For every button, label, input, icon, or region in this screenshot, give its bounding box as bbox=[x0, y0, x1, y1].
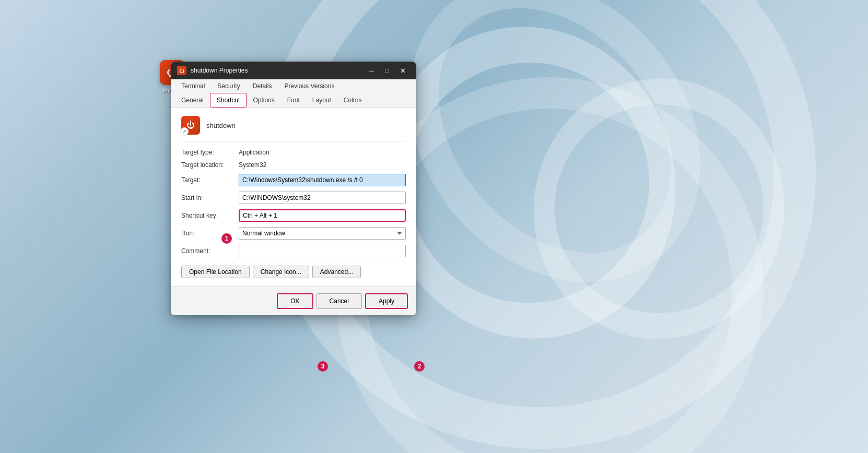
tab-layout[interactable]: Layout bbox=[306, 93, 337, 107]
open-file-location-button[interactable]: Open File Location bbox=[181, 266, 250, 278]
start-in-input[interactable] bbox=[239, 192, 406, 204]
target-label: Target: bbox=[181, 176, 239, 184]
tab-shortcut[interactable]: Shortcut bbox=[210, 93, 247, 108]
shortcut-key-input[interactable] bbox=[239, 209, 406, 222]
properties-dialog: ⏻ shutdown Properties ─ □ ✕ Terminal Sec… bbox=[171, 62, 416, 315]
tab-font[interactable]: Font bbox=[281, 93, 306, 107]
tab-previous-versions[interactable]: Previous Versions bbox=[278, 79, 341, 93]
target-type-value: Application bbox=[239, 149, 269, 156]
run-row: Run: Normal window Minimized Maximized bbox=[181, 227, 406, 240]
shortcut-key-row: Shortcut key: bbox=[181, 209, 406, 222]
target-type-label: Target type: bbox=[181, 149, 239, 156]
tabs-row1: Terminal Security Details Previous Versi… bbox=[175, 79, 412, 93]
run-select[interactable]: Normal window Minimized Maximized bbox=[239, 227, 406, 240]
app-icon: ⏻ bbox=[181, 116, 200, 135]
start-in-row: Start in: bbox=[181, 192, 406, 204]
action-buttons: Open File Location Change Icon... Advanc… bbox=[181, 266, 406, 278]
title-bar: ⏻ shutdown Properties ─ □ ✕ bbox=[171, 62, 416, 79]
app-name: shutdown bbox=[206, 122, 236, 129]
title-bar-icon: ⏻ bbox=[177, 66, 186, 75]
advanced-button[interactable]: Advanced... bbox=[312, 266, 361, 278]
change-icon-button[interactable]: Change Icon... bbox=[253, 266, 309, 278]
ok-button[interactable]: OK bbox=[277, 293, 313, 309]
tab-details[interactable]: Details bbox=[247, 79, 278, 93]
close-button[interactable]: ✕ bbox=[395, 63, 410, 78]
comment-row: Comment: bbox=[181, 245, 406, 257]
tab-terminal[interactable]: Terminal bbox=[175, 79, 211, 93]
badge-3: 3 bbox=[318, 361, 328, 372]
badge-2: 2 bbox=[414, 361, 425, 372]
tab-security[interactable]: Security bbox=[211, 79, 246, 93]
cancel-button[interactable]: Cancel bbox=[316, 293, 362, 309]
tab-colors[interactable]: Colors bbox=[337, 93, 368, 107]
start-in-label: Start in: bbox=[181, 194, 239, 201]
apply-button[interactable]: Apply bbox=[365, 293, 408, 309]
maximize-button[interactable]: □ bbox=[380, 63, 394, 78]
dialog-content: ⏻ shutdown Target type: Application Targ… bbox=[171, 108, 416, 287]
comment-input[interactable] bbox=[239, 245, 406, 257]
comment-label: Comment: bbox=[181, 247, 239, 255]
minimize-button[interactable]: ─ bbox=[364, 63, 379, 78]
target-row: Target: bbox=[181, 174, 406, 186]
app-header: ⏻ shutdown bbox=[181, 116, 406, 141]
badge-1: 1 bbox=[221, 233, 232, 244]
wallpaper bbox=[0, 0, 868, 453]
target-type-row: Target type: Application bbox=[181, 149, 406, 156]
tab-general[interactable]: General bbox=[175, 93, 210, 107]
title-bar-controls: ─ □ ✕ bbox=[364, 63, 410, 78]
tab-options[interactable]: Options bbox=[247, 93, 280, 107]
tabs-row2: General Shortcut Options Font Layout Col… bbox=[175, 93, 412, 107]
target-input[interactable] bbox=[239, 174, 406, 186]
dialog-footer: OK Cancel Apply bbox=[171, 287, 416, 315]
shortcut-key-label: Shortcut key: bbox=[181, 212, 239, 219]
target-location-label: Target location: bbox=[181, 161, 239, 169]
target-location-row: Target location: System32 bbox=[181, 161, 406, 169]
dialog-title: shutdown Properties bbox=[191, 67, 360, 74]
tabs-row1-container: Terminal Security Details Previous Versi… bbox=[171, 79, 416, 108]
target-location-value: System32 bbox=[239, 161, 266, 169]
